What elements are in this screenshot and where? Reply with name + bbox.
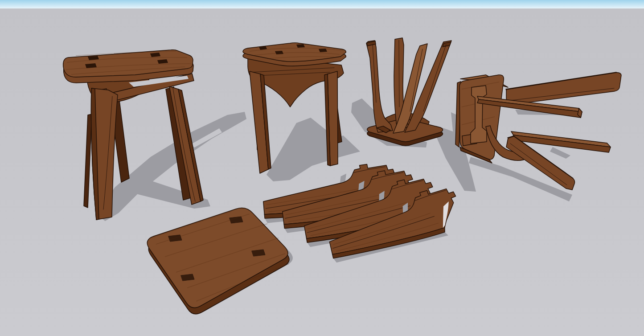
scene-svg[interactable]: Loose seat panel with four mortise slots… bbox=[0, 0, 644, 336]
scene-root: Loose seat panel with four mortise slots… bbox=[0, 0, 644, 336]
sky-strip bbox=[0, 0, 644, 8]
viewport-canvas[interactable]: Loose seat panel with four mortise slots… bbox=[0, 0, 644, 336]
